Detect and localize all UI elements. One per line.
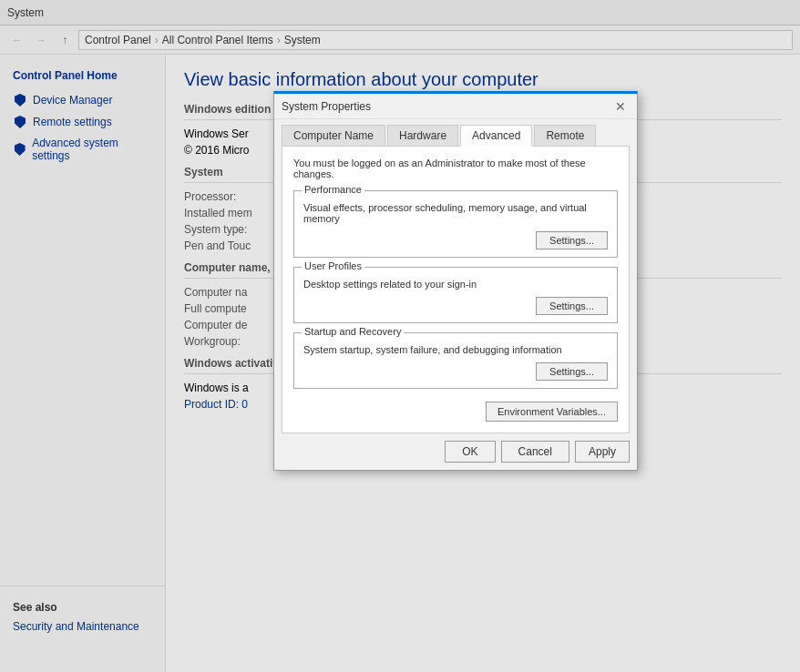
startup-recovery-section: Startup and Recovery System startup, sys… — [293, 332, 618, 389]
dialog-overlay: System Properties ✕ Computer Name Hardwa… — [0, 0, 800, 672]
dialog-close-button[interactable]: ✕ — [611, 97, 630, 116]
startup-recovery-section-title: Startup and Recovery — [302, 326, 404, 337]
performance-section-title: Performance — [302, 184, 364, 195]
ok-button[interactable]: OK — [445, 441, 495, 463]
tab-advanced[interactable]: Advanced — [460, 125, 532, 147]
user-profiles-section-title: User Profiles — [302, 260, 364, 271]
user-profiles-section: User Profiles Desktop settings related t… — [293, 267, 618, 323]
dialog-title-bar: System Properties ✕ — [274, 94, 637, 119]
dialog-note: You must be logged on as an Administrato… — [293, 158, 618, 179]
startup-recovery-section-text: System startup, system failure, and debu… — [303, 344, 608, 355]
dialog-footer: OK Cancel Apply — [274, 433, 637, 470]
dialog-content: You must be logged on as an Administrato… — [282, 146, 630, 433]
tab-hardware[interactable]: Hardware — [387, 125, 458, 146]
performance-section: Performance Visual effects, processor sc… — [293, 190, 618, 258]
user-profiles-btn-row: Settings... — [303, 297, 608, 315]
startup-recovery-btn-row: Settings... — [303, 362, 608, 381]
env-vars-row: Environment Variables... — [293, 398, 618, 422]
apply-button[interactable]: Apply — [575, 441, 630, 463]
startup-recovery-settings-button[interactable]: Settings... — [536, 362, 608, 381]
environment-variables-button[interactable]: Environment Variables... — [486, 402, 618, 422]
cancel-button[interactable]: Cancel — [501, 441, 569, 463]
tab-remote[interactable]: Remote — [534, 125, 596, 146]
user-profiles-section-text: Desktop settings related to your sign-in — [303, 279, 608, 290]
dialog-title: System Properties — [282, 100, 371, 113]
tab-computer-name[interactable]: Computer Name — [282, 125, 385, 146]
performance-settings-button[interactable]: Settings... — [536, 231, 608, 249]
performance-section-text: Visual effects, processor scheduling, me… — [303, 202, 608, 224]
system-properties-dialog: System Properties ✕ Computer Name Hardwa… — [273, 91, 638, 471]
dialog-tabs: Computer Name Hardware Advanced Remote — [274, 119, 637, 146]
performance-btn-row: Settings... — [303, 231, 608, 249]
user-profiles-settings-button[interactable]: Settings... — [536, 297, 608, 315]
